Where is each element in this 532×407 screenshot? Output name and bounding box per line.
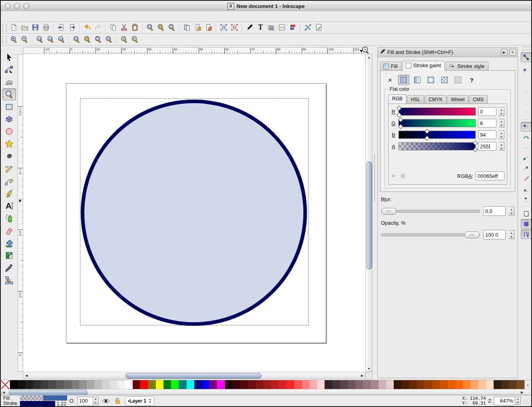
tweak-tool[interactable]: [2, 76, 16, 88]
zoom-drawing-button[interactable]: [155, 22, 166, 33]
create-clone-button[interactable]: [192, 22, 203, 33]
palette-swatch[interactable]: [494, 380, 501, 389]
paint-flat-button[interactable]: [398, 75, 409, 85]
snap-bbox-corners-button[interactable]: [521, 87, 532, 97]
vertical-scroll-thumb[interactable]: [367, 162, 372, 269]
paint-none-button[interactable]: ✕: [385, 75, 396, 85]
palette-swatch[interactable]: [455, 380, 463, 389]
palette-swatch[interactable]: [41, 380, 48, 389]
palette-swatch[interactable]: [355, 380, 363, 389]
slider-marker[interactable]: [425, 129, 430, 134]
blur-spinner[interactable]: ▲▼: [509, 207, 514, 215]
stroke-color-swatch[interactable]: [20, 401, 55, 406]
eraser-tool[interactable]: [2, 225, 16, 237]
export-button[interactable]: [67, 22, 78, 33]
pencil-tool[interactable]: [2, 163, 16, 175]
red-spinner[interactable]: ▲▼: [499, 107, 504, 116]
snap-rotation-centers-button[interactable]: [521, 195, 532, 204]
palette-scroll-thumb[interactable]: [9, 390, 88, 395]
panel-close-button[interactable]: ✕: [509, 49, 516, 56]
spiral-tool[interactable]: [2, 150, 16, 162]
alpha-value-field[interactable]: 255: [478, 142, 496, 151]
palette-swatch[interactable]: [125, 380, 133, 389]
palette-swatch[interactable]: [79, 380, 87, 389]
palette-scroll-left[interactable]: ◀: [1, 389, 6, 395]
snap-object-centers-button[interactable]: [521, 184, 532, 194]
rgba-field[interactable]: 00065eff: [476, 172, 504, 180]
node-tool[interactable]: [2, 64, 16, 76]
slider-marker[interactable]: [473, 147, 478, 152]
palette-swatch[interactable]: [371, 380, 379, 389]
palette-swatch[interactable]: [263, 380, 271, 389]
palette-swatch[interactable]: [72, 380, 79, 389]
zoom-next-button[interactable]: [130, 34, 140, 45]
scroll-right-arrow[interactable]: ▶: [359, 373, 365, 378]
horizontal-scrollbar[interactable]: ◀ ▶: [23, 372, 365, 379]
color-target-icon[interactable]: [400, 173, 406, 179]
palette-swatch[interactable]: [187, 380, 194, 389]
palette-swatch[interactable]: [209, 380, 217, 389]
pen-tool[interactable]: [2, 175, 16, 187]
calligraphy-tool[interactable]: [2, 188, 16, 200]
opacity-slider-thumb[interactable]: [464, 231, 480, 238]
cut-button[interactable]: [119, 22, 130, 33]
palette-swatch[interactable]: [279, 380, 286, 389]
palette-swatch[interactable]: [333, 380, 340, 389]
layer-lock-button[interactable]: [113, 396, 123, 406]
palette-swatch[interactable]: [163, 380, 171, 389]
circle-object[interactable]: [81, 100, 307, 326]
rectangle-tool[interactable]: [2, 101, 16, 113]
zoom-previous-button[interactable]: [119, 34, 130, 45]
vertical-scrollbar[interactable]: ▲ ▼: [365, 54, 373, 372]
snap-enable-button[interactable]: [521, 52, 532, 62]
palette-swatch[interactable]: [18, 380, 25, 389]
palette-swatch[interactable]: [148, 380, 156, 389]
scroll-left-arrow[interactable]: ◀: [24, 373, 29, 378]
palette-swatch[interactable]: [417, 380, 424, 389]
paste-button[interactable]: [130, 22, 140, 33]
ungroup-button[interactable]: [229, 22, 240, 33]
palette-swatch[interactable]: [133, 380, 140, 389]
paint-pattern-button[interactable]: [439, 75, 450, 85]
toolbar-grip[interactable]: [2, 24, 7, 32]
green-slider[interactable]: [399, 119, 476, 127]
red-slider[interactable]: [399, 108, 476, 116]
horizontal-scroll-thumb[interactable]: [126, 373, 261, 379]
canvas[interactable]: [23, 54, 365, 372]
tab-wheel[interactable]: Wheel: [447, 95, 468, 104]
palette-swatch[interactable]: [317, 380, 325, 389]
snap-smooth-nodes-button[interactable]: [521, 164, 532, 173]
palette-swatch[interactable]: [432, 380, 440, 389]
tab-stroke-style[interactable]: Stroke style: [446, 62, 488, 71]
xml-editor-button[interactable]: <>: [277, 22, 287, 33]
horizontal-ruler[interactable]: -100102030405060708090100110: [23, 47, 365, 54]
connector-tool[interactable]: [2, 274, 16, 286]
palette-swatch-none[interactable]: [1, 380, 10, 389]
palette-scrollbar[interactable]: ◀ ▶: [1, 389, 531, 395]
palette-swatch[interactable]: [248, 380, 255, 389]
scroll-down-arrow[interactable]: ▼: [366, 366, 372, 371]
palette-swatch[interactable]: [309, 380, 317, 389]
snap-paths-button[interactable]: [521, 132, 532, 142]
align-dialog-button[interactable]: [287, 22, 298, 33]
slider-marker[interactable]: [425, 136, 430, 141]
vertical-ruler[interactable]: 1007550250: [18, 54, 23, 372]
layers-dialog-button[interactable]: [266, 22, 277, 33]
palette-swatch[interactable]: [286, 380, 294, 389]
palette-swatch[interactable]: [87, 380, 94, 389]
unlink-clone-button[interactable]: [203, 22, 214, 33]
paint-unknown-button[interactable]: ?: [466, 75, 477, 85]
snap-grids-button[interactable]: [521, 219, 532, 229]
palette-swatch[interactable]: [118, 380, 125, 389]
palette-swatch[interactable]: [509, 380, 516, 389]
palette-swatch[interactable]: [156, 380, 163, 389]
palette-more-button[interactable]: ‹: [524, 380, 531, 389]
group-button[interactable]: [218, 22, 229, 33]
palette-swatch[interactable]: [440, 380, 447, 389]
palette-swatch[interactable]: [340, 380, 348, 389]
green-spinner[interactable]: ▲▼: [499, 119, 504, 128]
copy-button[interactable]: [108, 22, 119, 33]
snap-page-border-button[interactable]: [521, 209, 532, 218]
palette-swatch[interactable]: [394, 380, 401, 389]
red-value-field[interactable]: 0: [478, 107, 496, 116]
